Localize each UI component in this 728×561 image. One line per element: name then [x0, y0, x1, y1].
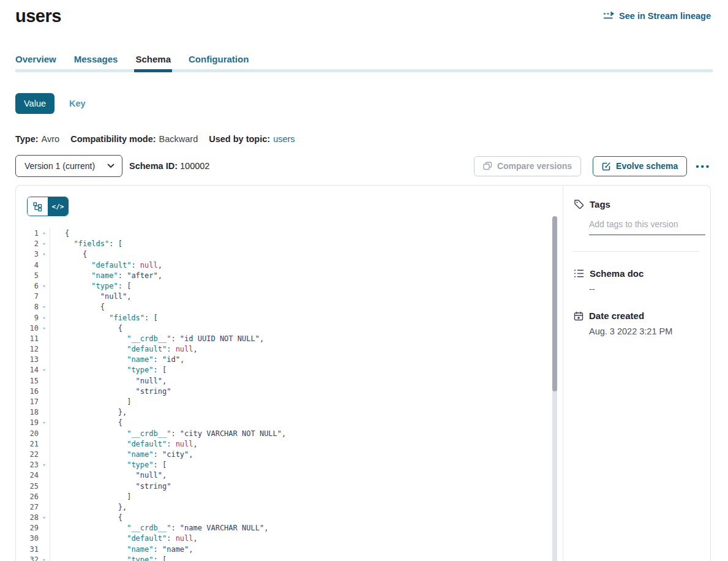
- meta-item: Compatibility mode:Backward: [70, 134, 198, 144]
- line-number: 23: [16, 460, 39, 470]
- fold-arrow-icon[interactable]: ▾: [39, 323, 50, 334]
- tabs: OverviewMessagesSchemaConfiguration: [15, 54, 713, 72]
- line-number: 24: [16, 470, 39, 481]
- key-toggle-button[interactable]: Key: [69, 99, 86, 108]
- line-number: 10: [16, 323, 39, 334]
- tabs-row: OverviewMessagesSchemaConfiguration: [15, 54, 713, 66]
- fold-arrow-icon[interactable]: ▾: [39, 460, 50, 470]
- fold-gutter: [39, 470, 50, 481]
- meta-value: Avro: [42, 134, 60, 144]
- fold-gutter: [39, 533, 50, 544]
- editor-scrollbar-thumb[interactable]: [552, 216, 557, 391]
- schema-doc-value: --: [589, 284, 699, 294]
- line-number: 28: [16, 513, 39, 523]
- tree-view-icon: [33, 202, 42, 211]
- fold-arrow-icon[interactable]: ▾: [39, 418, 50, 428]
- add-tags-input[interactable]: [589, 219, 705, 235]
- fold-gutter: [39, 260, 50, 271]
- meta-label: Type:: [15, 134, 39, 144]
- meta-label: Used by topic:: [209, 134, 270, 144]
- more-options-button[interactable]: •••: [696, 162, 711, 171]
- fold-arrow-icon[interactable]: ▾: [39, 239, 50, 249]
- value-toggle-button[interactable]: Value: [15, 93, 54, 114]
- fold-arrow-icon[interactable]: ▾: [39, 365, 50, 375]
- tab-messages[interactable]: Messages: [74, 54, 118, 66]
- fold-arrow-icon[interactable]: ▾: [39, 313, 50, 323]
- line-number: 5: [16, 271, 39, 281]
- line-number: 7: [16, 292, 39, 302]
- schema-sidebar: Tags Schema doc --: [563, 186, 711, 561]
- tree-view-button[interactable]: [28, 197, 48, 216]
- fold-arrow-icon[interactable]: ▾: [39, 249, 50, 260]
- line-number: 8: [16, 302, 39, 312]
- schema-meta-row: Type:AvroCompatibility mode:BackwardUsed…: [15, 134, 295, 144]
- compare-versions-label: Compare versions: [497, 161, 572, 171]
- line-number: 15: [16, 376, 39, 386]
- code-view-button[interactable]: </>: [48, 197, 68, 216]
- line-number: 22: [16, 450, 39, 460]
- see-in-stream-lineage-label: See in Stream lineage: [619, 11, 711, 21]
- tags-section: Tags: [574, 199, 699, 252]
- schema-panel: </> 1▾{2▾ "fields": [3▾ {4 "default": nu…: [15, 185, 711, 561]
- editor-scrollbar[interactable]: [552, 216, 557, 561]
- stream-lineage-icon: [603, 11, 615, 21]
- compare-versions-icon: [483, 162, 492, 170]
- line-number: 31: [16, 544, 39, 555]
- line-number: 12: [16, 344, 39, 355]
- compare-versions-button[interactable]: Compare versions: [474, 156, 581, 176]
- fold-arrow-icon[interactable]: ▾: [39, 302, 50, 312]
- tab-overview[interactable]: Overview: [15, 54, 56, 66]
- line-number: 1: [16, 228, 39, 239]
- tab-schema[interactable]: Schema: [135, 54, 171, 66]
- editor-view-toggle: </>: [27, 197, 69, 216]
- meta-label: Compatibility mode:: [70, 134, 156, 144]
- fold-gutter: [39, 439, 50, 450]
- line-number: 17: [16, 397, 39, 407]
- fold-gutter: [39, 544, 50, 555]
- line-number: 11: [16, 334, 39, 344]
- version-select[interactable]: Version 1 (current): [15, 155, 122, 177]
- line-number: 16: [16, 386, 39, 397]
- meta-value: Backward: [159, 134, 198, 144]
- date-created-section: Date created Aug. 3 2022 3:21 PM: [574, 311, 699, 336]
- schema-doc-title: Schema doc: [590, 268, 644, 279]
- line-number: 27: [16, 502, 39, 513]
- version-select-value: Version 1 (current): [24, 161, 95, 171]
- line-number: 21: [16, 439, 39, 450]
- fold-gutter: [39, 481, 50, 492]
- date-created-value: Aug. 3 2022 3:21 PM: [589, 326, 699, 336]
- fold-arrow-icon[interactable]: ▾: [39, 281, 50, 292]
- line-number: 2: [16, 239, 39, 249]
- line-number: 6: [16, 281, 39, 292]
- line-number: 3: [16, 249, 39, 260]
- date-created-title: Date created: [589, 311, 644, 321]
- fold-arrow-icon[interactable]: ▾: [39, 228, 50, 239]
- chevron-down-icon: [107, 164, 114, 168]
- schema-id: Schema ID: 100002: [129, 161, 209, 171]
- controls-row: Version 1 (current) Schema ID: 100002 Co…: [15, 155, 711, 177]
- fold-gutter: [39, 523, 50, 533]
- fold-gutter: [39, 344, 50, 355]
- line-number: 26: [16, 492, 39, 502]
- sidebar-divider: [572, 251, 699, 252]
- line-number: 25: [16, 481, 39, 492]
- line-number: 9: [16, 313, 39, 323]
- fold-arrow-icon[interactable]: ▾: [39, 513, 50, 523]
- value-key-toggle: Value Key: [15, 93, 86, 114]
- tab-configuration[interactable]: Configuration: [189, 54, 249, 66]
- fold-arrow-icon[interactable]: ▾: [39, 555, 50, 561]
- fold-gutter: [39, 429, 50, 439]
- evolve-schema-icon: [602, 162, 611, 171]
- line-number: 18: [16, 407, 39, 418]
- meta-value-link[interactable]: users: [273, 134, 295, 144]
- tag-icon: [574, 199, 584, 209]
- line-number: 19: [16, 418, 39, 428]
- fold-gutter: [39, 355, 50, 365]
- line-number: 13: [16, 355, 39, 365]
- evolve-schema-button[interactable]: Evolve schema: [593, 156, 687, 176]
- see-in-stream-lineage-link[interactable]: See in Stream lineage: [603, 11, 711, 21]
- fold-gutter: [39, 397, 50, 407]
- fold-gutter: [39, 271, 50, 281]
- calendar-plus-icon: [574, 311, 584, 321]
- line-number: 30: [16, 533, 39, 544]
